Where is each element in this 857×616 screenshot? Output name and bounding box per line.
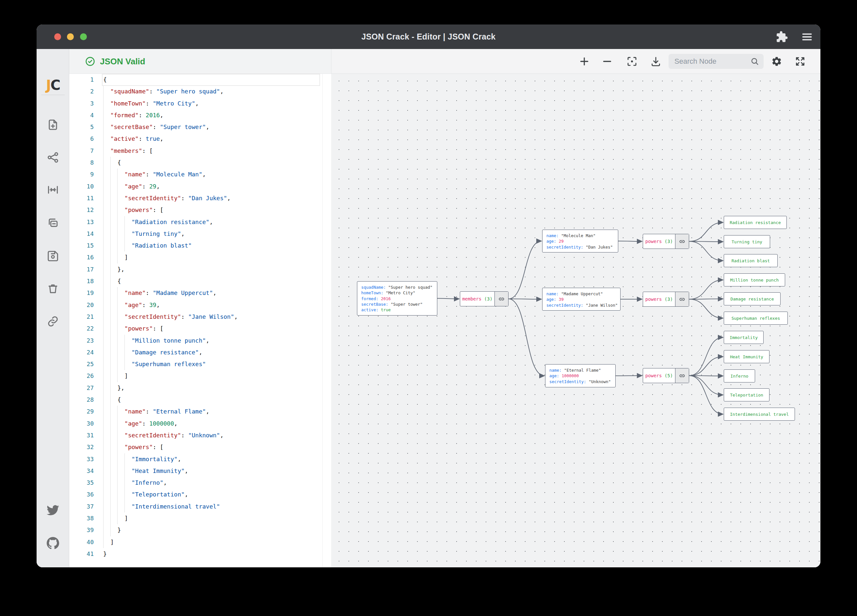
graph-value-node[interactable]: Radiation blast [724, 254, 778, 267]
code-line[interactable]: 10"age": 29, [69, 181, 331, 192]
graph-icon[interactable] [47, 151, 59, 164]
code-line[interactable]: 11"secretIdentity": "Dan Jukes", [69, 192, 331, 204]
code-line[interactable]: 9"name": "Molecule Man", [69, 169, 331, 180]
code-line[interactable]: 8{ [69, 157, 331, 169]
indent-guide [110, 430, 118, 441]
code-line[interactable]: 34"Heat Immunity", [69, 465, 331, 477]
code-line[interactable]: 5"secretBase": "Super tower", [69, 121, 331, 133]
code-line[interactable]: 37"Interdimensional travel" [69, 501, 331, 512]
code-line[interactable]: 13"Radiation resistance", [69, 216, 331, 228]
code-line[interactable]: 16] [69, 251, 331, 263]
expand-collapse-link-icon[interactable] [675, 368, 689, 383]
graph-array-node[interactable]: members (3) [460, 291, 509, 306]
code-line[interactable]: 18{ [69, 275, 331, 287]
link-icon[interactable] [47, 315, 59, 328]
delete-icon[interactable] [47, 283, 59, 295]
indent-guide [110, 453, 118, 465]
menu-icon[interactable] [801, 31, 813, 43]
center-view-button[interactable] [627, 56, 637, 67]
code-token: ] [124, 512, 128, 524]
code-line[interactable]: 28{ [69, 394, 331, 406]
code-line[interactable]: 12"powers": [ [69, 204, 331, 216]
indent-guide [110, 418, 118, 430]
expand-collapse-link-icon[interactable] [495, 292, 508, 306]
code-line[interactable]: 3"homeTown": "Metro City", [69, 98, 331, 110]
code-line[interactable]: 15"Radiation blast" [69, 240, 331, 251]
graph-object-node[interactable]: squadName: "Super hero squad"homeTown: "… [357, 281, 437, 316]
code-line[interactable]: 26] [69, 370, 331, 382]
expand-collapse-link-icon[interactable] [675, 234, 689, 249]
twitter-icon[interactable] [47, 504, 59, 516]
search-icon[interactable] [750, 57, 759, 66]
save-icon[interactable] [47, 250, 59, 262]
graph-array-node[interactable]: powers (5) [643, 368, 689, 383]
settings-button[interactable] [771, 56, 782, 67]
code-line[interactable]: 41} [69, 548, 331, 560]
code-line[interactable]: 38] [69, 512, 331, 524]
code-line[interactable]: 29"name": "Eternal Flame", [69, 406, 331, 418]
new-document-icon[interactable] [47, 119, 59, 131]
code-line[interactable]: 32"powers": [ [69, 441, 331, 453]
graph-value-node[interactable]: Radiation resistance [724, 216, 787, 229]
zoom-in-button[interactable] [579, 56, 590, 67]
graph-value-node[interactable]: Million tonne punch [724, 273, 785, 286]
zoom-out-button[interactable] [602, 56, 613, 67]
graph-canvas[interactable]: squadName: "Super hero squad"homeTown: "… [331, 74, 820, 567]
indent-guide [110, 465, 118, 477]
extensions-icon[interactable] [776, 31, 788, 43]
code-line[interactable]: 2"squadName": "Super hero squad", [69, 85, 331, 98]
graph-array-node[interactable]: powers (3) [643, 292, 689, 307]
line-number: 23 [69, 335, 94, 347]
code-token: , [174, 418, 178, 430]
indent-guide [110, 477, 118, 489]
graph-value-node[interactable]: Teleportation [724, 388, 769, 401]
indent-guide [103, 323, 110, 334]
copy-icon[interactable] [47, 217, 59, 229]
code-line[interactable]: 30"age": 1000000, [69, 418, 331, 430]
code-line[interactable]: 39} [69, 524, 331, 536]
code-line[interactable]: 21"secretIdentity": "Jane Wilson", [69, 311, 331, 323]
code-line[interactable]: 36"Teleportation", [69, 489, 331, 500]
graph-value-node[interactable]: Superhuman reflexes [724, 312, 788, 325]
code-line[interactable]: 22"powers": [ [69, 323, 331, 334]
fullscreen-button[interactable] [795, 56, 806, 67]
code-line[interactable]: 20"age": 39, [69, 299, 331, 311]
graph-value-node[interactable]: Interdimensional travel [724, 408, 795, 421]
code-line[interactable]: 4"formed": 2016, [69, 110, 331, 121]
code-line[interactable]: 27}, [69, 382, 331, 394]
github-icon[interactable] [47, 537, 59, 549]
graph-value-node[interactable]: Inferno [724, 369, 755, 382]
code-line[interactable]: 14"Turning tiny", [69, 228, 331, 240]
graph-object-node[interactable]: name: "Molecule Man"age: 29secretIdentit… [542, 230, 618, 252]
code-line[interactable]: 35"Inferno", [69, 477, 331, 489]
indent-guide [117, 489, 124, 500]
graph-object-node[interactable]: name: "Madame Uppercut"age: 39secretIden… [542, 288, 620, 311]
graph-value-node[interactable]: Immortality [724, 331, 764, 344]
code-line[interactable]: 31"secretIdentity": "Unknown", [69, 430, 331, 441]
graph-value-node[interactable]: Damage resistance [724, 293, 781, 305]
app-logo[interactable]: JC [37, 77, 69, 93]
graph-value-node[interactable]: Turning tiny [724, 235, 770, 248]
code-line[interactable]: 33"Immortality", [69, 453, 331, 465]
code-line[interactable]: 24"Damage resistance", [69, 347, 331, 358]
code-line[interactable]: 17}, [69, 263, 331, 275]
indent-guide [117, 347, 124, 358]
download-button[interactable] [650, 56, 661, 67]
graph-object-node[interactable]: name: "Eternal Flame"age: 1000000secretI… [545, 364, 616, 387]
code-line[interactable]: 7"members": [ [69, 145, 331, 157]
code-line[interactable]: 25"Superhuman reflexes" [69, 358, 331, 370]
expand-collapse-link-icon[interactable] [675, 292, 689, 306]
collapse-icon[interactable] [47, 184, 59, 196]
code-token: "secretIdentity" [124, 311, 181, 323]
code-line[interactable]: 40] [69, 536, 331, 548]
graph-array-node[interactable]: powers (3) [643, 234, 689, 249]
graph-value-node[interactable]: Heat Immunity [724, 350, 769, 363]
search-node-input[interactable] [674, 54, 746, 69]
code-line[interactable]: 6"active": true, [69, 133, 331, 145]
code-line[interactable]: 23"Million tonne punch", [69, 335, 331, 347]
code-editor[interactable]: 1{2"squadName": "Super hero squad",3"hom… [69, 74, 331, 567]
code-token: "Million tonne punch" [131, 335, 206, 347]
indent-guide [117, 512, 124, 524]
code-line[interactable]: 1{ [69, 74, 331, 85]
code-line[interactable]: 19"name": "Madame Uppercut", [69, 287, 331, 299]
